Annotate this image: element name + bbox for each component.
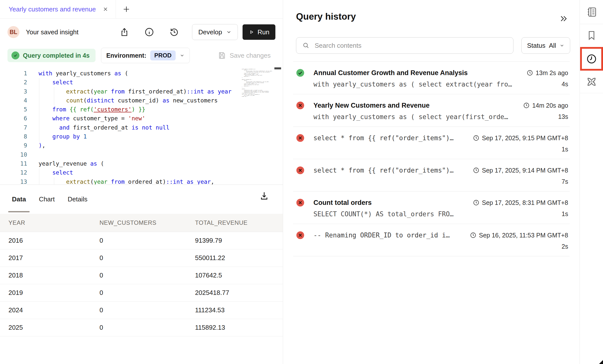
minimap[interactable]: with yearly_customers as ( select extrac… <box>242 69 276 97</box>
code-text: with yearly_customers as ( <box>39 69 128 78</box>
code-line[interactable]: 1with yearly_customers as ( <box>0 69 283 78</box>
table-cell: 0 <box>100 254 195 262</box>
new-tab-button[interactable] <box>121 4 131 14</box>
query-status-bar: Query completed in 4s Environment: PROD … <box>0 46 283 65</box>
run-button[interactable]: Run <box>243 24 275 40</box>
code-line[interactable]: 12 select <box>0 168 283 177</box>
indent-guide <box>39 78 39 142</box>
history-item-duration: 7s <box>562 178 568 185</box>
history-item[interactable]: -- Renaming ORDER_ID to order_id i…Sep 1… <box>293 224 570 256</box>
avatar: BL <box>7 26 19 38</box>
save-changes-button[interactable]: Save changes <box>218 51 271 60</box>
table-cell: 2019 <box>8 289 100 297</box>
indent-guide <box>39 168 39 184</box>
table-cell: 107642.5 <box>195 272 283 279</box>
history-item-duration: 2s <box>562 243 568 250</box>
history-item-query-preview: SELECT COUNT(*) AS total_orders FRO… <box>313 210 454 218</box>
sidebar-item-bookmarks[interactable] <box>580 24 603 47</box>
code-line[interactable]: 6 where customer_type = 'new' <box>0 114 283 123</box>
code-line[interactable]: 3 extract(year from first_ordered_at)::i… <box>0 87 283 96</box>
share-icon[interactable] <box>119 27 130 38</box>
table-cell: 91399.79 <box>195 237 283 244</box>
code-text: extract(year from ordered_at)::int as ye… <box>39 177 214 185</box>
code-line[interactable]: 7 and first_ordered_at is not null <box>0 123 283 132</box>
column-header[interactable]: TOTAL_REVENUE <box>195 219 283 226</box>
history-item[interactable]: Annual Customer Growth and Revenue Analy… <box>293 62 570 94</box>
status-filter-value: All <box>549 42 556 49</box>
status-filter-dropdown[interactable]: Status All <box>521 37 570 54</box>
indent-guide <box>54 87 54 105</box>
code-line[interactable]: 2 select <box>0 78 283 87</box>
code-text: select <box>39 168 73 177</box>
table-cell: 0 <box>100 289 195 297</box>
code-text: group by 1 <box>39 132 87 141</box>
run-label: Run <box>257 28 269 36</box>
right-icon-sidebar <box>580 0 603 364</box>
download-results-icon[interactable] <box>259 190 270 201</box>
develop-dropdown[interactable]: Develop <box>192 24 238 40</box>
table-row[interactable]: 20180107642.5 <box>0 267 283 284</box>
history-item[interactable]: select * from {{ ref("order_items")…Sep … <box>293 127 570 159</box>
tab-details[interactable]: Details <box>64 184 91 214</box>
code-line[interactable]: 11yearly_revenue as ( <box>0 159 283 168</box>
code-line[interactable]: 8 group by 1 <box>0 132 283 141</box>
sidebar-item-query-history-active[interactable] <box>580 47 603 71</box>
code-line[interactable]: 4 count(distinct customer_id) as new_cus… <box>0 96 283 105</box>
version-history-icon[interactable] <box>169 27 180 38</box>
status-filter-label: Status <box>527 42 546 49</box>
tab-yearly-customers-and-revenue[interactable]: Yearly customers and revenue <box>0 0 116 18</box>
column-header[interactable]: NEW_CUSTOMERS <box>100 219 195 226</box>
close-tab-icon[interactable] <box>102 6 109 12</box>
save-icon <box>218 51 226 60</box>
search-box[interactable] <box>296 37 513 54</box>
history-item[interactable]: Count total ordersSep 17, 2025, 8:31 PM … <box>293 191 570 224</box>
line-number: 6 <box>0 114 27 123</box>
table-row[interactable]: 20170550011.22 <box>0 249 283 267</box>
code-line[interactable]: 9), <box>0 141 283 150</box>
history-item-duration: 13s <box>558 113 568 120</box>
sidebar-item-notebook[interactable] <box>580 0 603 24</box>
table-cell: 0 <box>100 306 195 314</box>
status-error-icon <box>296 198 304 207</box>
environment-value-badge: PROD <box>150 50 175 60</box>
code-line[interactable]: 10 <box>0 150 283 159</box>
table-row[interactable]: 2016091399.79 <box>0 232 283 249</box>
history-item[interactable]: Yearly New Customers and Revenue14m 20s … <box>293 94 570 127</box>
table-row[interactable]: 20250115892.13 <box>0 319 283 336</box>
table-cell: 0 <box>100 272 195 279</box>
code-line[interactable]: 13 extract(year from ordered_at)::int as… <box>0 177 283 185</box>
save-changes-label: Save changes <box>230 52 271 59</box>
tab-data[interactable]: Data <box>8 184 30 214</box>
sidebar-item-dbt[interactable] <box>580 71 603 93</box>
search-input[interactable] <box>314 42 507 50</box>
line-number: 5 <box>0 105 27 114</box>
info-icon[interactable] <box>144 27 155 38</box>
line-number: 10 <box>0 150 27 159</box>
column-header[interactable]: YEAR <box>8 219 100 226</box>
history-list: Annual Customer Growth and Revenue Analy… <box>283 62 580 256</box>
line-number: 13 <box>0 177 27 185</box>
status-error-icon <box>296 101 304 110</box>
app-window: Yearly customers and revenue BL Your sav… <box>0 0 603 364</box>
table-row[interactable]: 201902025418.77 <box>0 284 283 302</box>
status-success-icon <box>296 69 304 77</box>
history-item-title: Yearly New Customers and Revenue <box>313 102 430 109</box>
code-line[interactable]: 5 from {{ ref('customers') }} <box>0 105 283 114</box>
table-cell: 0 <box>100 237 195 244</box>
editor-pane: Yearly customers and revenue BL Your sav… <box>0 0 283 364</box>
tab-chart[interactable]: Chart <box>35 184 58 214</box>
line-number: 7 <box>0 123 27 132</box>
history-item-duration: 4s <box>562 81 568 88</box>
toolbar-icons <box>119 27 180 38</box>
sql-editor[interactable]: 1with yearly_customers as (2 select3 ext… <box>0 65 283 185</box>
history-item-title: select * from {{ ref("order_items")… <box>313 167 454 174</box>
environment-selector[interactable]: Environment: PROD <box>101 48 190 63</box>
history-item[interactable]: select * from {{ ref("order_items")…Sep … <box>293 159 570 191</box>
collapse-panel-icon[interactable] <box>559 14 568 23</box>
play-icon <box>249 29 254 35</box>
history-item-query-preview: with yearly_customers as ( select extrac… <box>313 81 512 88</box>
code-text: select <box>39 78 73 87</box>
history-item-duration: 1s <box>562 146 568 153</box>
table-row[interactable]: 20240111234.53 <box>0 302 283 319</box>
editor-scrollbar-thumb[interactable] <box>274 67 281 69</box>
